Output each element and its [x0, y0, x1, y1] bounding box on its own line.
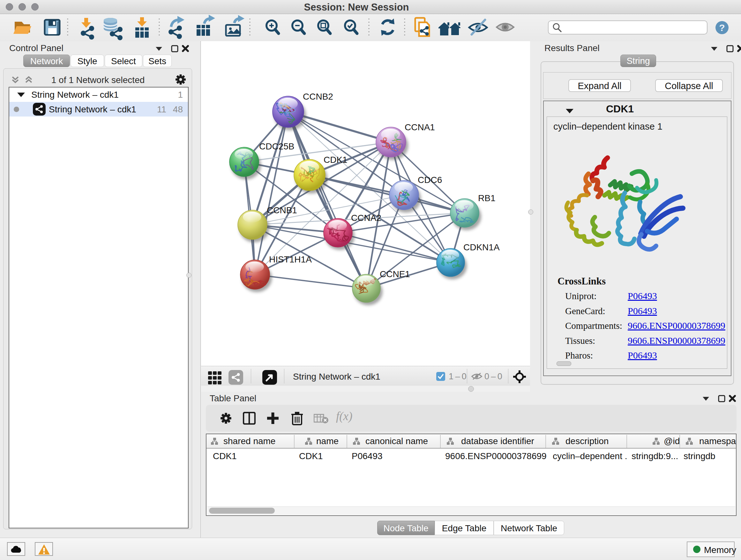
svg-text:CCNA1: CCNA1 [405, 122, 435, 132]
svg-text:namespace: namespace [699, 436, 736, 446]
svg-text:database identifier: database identifier [461, 436, 534, 446]
svg-text:name: name [316, 436, 339, 446]
svg-text:CCNA2: CCNA2 [351, 213, 381, 223]
svg-text:CDC6: CDC6 [418, 175, 442, 185]
svg-text:CCNE1: CCNE1 [380, 269, 410, 279]
svg-text:description: description [565, 436, 609, 446]
svg-text:shared name: shared name [223, 436, 275, 446]
svg-text:CDKN1A: CDKN1A [463, 242, 500, 252]
svg-text:CCNB2: CCNB2 [303, 91, 333, 102]
svg-text:CDK1: CDK1 [324, 155, 347, 165]
svg-text:@id: @id [664, 436, 680, 446]
svg-text:CCNB1: CCNB1 [267, 205, 297, 215]
svg-text:HIST1H1A: HIST1H1A [269, 254, 312, 264]
svg-text:CDC25B: CDC25B [259, 141, 294, 151]
svg-text:RB1: RB1 [478, 193, 495, 203]
svg-text:canonical name: canonical name [365, 436, 428, 446]
